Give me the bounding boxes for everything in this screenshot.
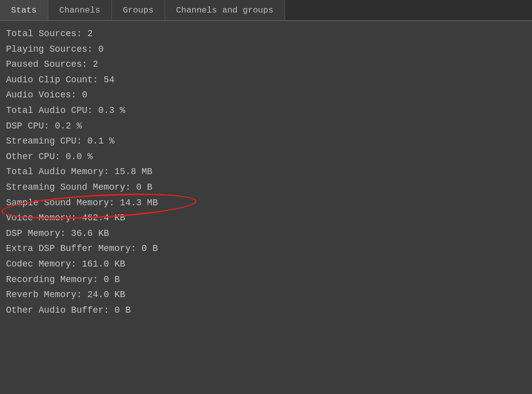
stat-line-audio_clip_count: Audio Clip Count: 54 xyxy=(6,72,526,88)
stat-line-total_audio_cpu: Total Audio CPU: 0.3 % xyxy=(6,103,526,118)
stat-line-other_cpu: Other CPU: 0.0 % xyxy=(6,149,526,165)
tab-groups[interactable]: Groups xyxy=(112,0,165,20)
tab-stats[interactable]: Stats xyxy=(0,0,48,20)
stats-content: Total Sources: 2Playing Sources: 0Paused… xyxy=(0,21,532,323)
tab-stats-label: Stats xyxy=(11,6,37,15)
stat-line-dsp_cpu: DSP CPU: 0.2 % xyxy=(6,118,526,134)
stat-line-dsp_memory: DSP Memory: 36.6 KB xyxy=(6,226,526,241)
stat-line-audio_voices: Audio Voices: 0 xyxy=(6,87,526,103)
tab-channels-and-groups[interactable]: Channels and groups xyxy=(165,0,285,20)
stat-line-codec_memory: Codec Memory: 161.0 KB xyxy=(6,256,526,272)
stat-line-playing_sources: Playing Sources: 0 xyxy=(6,42,526,57)
tab-bar: Stats Channels Groups Channels and group… xyxy=(0,0,532,21)
stat-line-extra_dsp_buffer_memory: Extra DSP Buffer Memory: 0 B xyxy=(6,241,526,256)
stat-line-voice_memory: Voice Memory: 462.4 KB xyxy=(6,210,526,226)
tab-channels[interactable]: Channels xyxy=(48,0,112,20)
stat-line-total_audio_memory: Total Audio Memory: 15.8 MB xyxy=(6,164,526,180)
tab-channels-and-groups-label: Channels and groups xyxy=(176,6,274,15)
stat-line-streaming_sound_memory: Streaming Sound Memory: 0 B xyxy=(6,180,526,195)
stat-line-reverb_memory: Reverb Memory: 24.0 KB xyxy=(6,287,526,303)
stat-line-streaming_cpu: Streaming CPU: 0.1 % xyxy=(6,134,526,149)
stat-line-recording_memory: Recording Memory: 0 B xyxy=(6,272,526,288)
stat-line-paused_sources: Paused Sources: 2 xyxy=(6,57,526,72)
stat-line-other_audio_buffer: Other Audio Buffer: 0 B xyxy=(6,303,526,318)
tab-groups-label: Groups xyxy=(123,6,154,15)
stat-line-sample_sound_memory: Sample Sound Memory: 14.3 MB xyxy=(6,195,526,211)
stat-line-total_sources: Total Sources: 2 xyxy=(6,26,526,42)
tab-channels-label: Channels xyxy=(59,6,100,15)
